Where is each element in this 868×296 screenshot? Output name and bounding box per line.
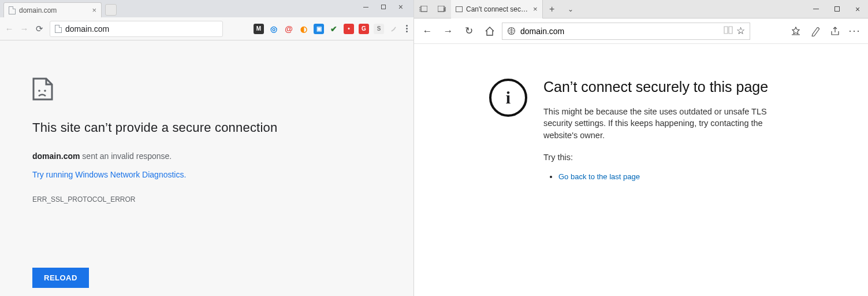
error-text: sent an invalid response. (80, 151, 172, 161)
edge-tab[interactable]: Can't connect securely t × (451, 0, 543, 18)
address-bar[interactable] (50, 21, 223, 37)
extension-icon[interactable]: S (374, 24, 384, 34)
address-bar[interactable]: ☆ (502, 23, 750, 40)
favorite-icon[interactable]: ☆ (736, 25, 745, 37)
try-this-label: Try this: (543, 151, 792, 163)
svg-rect-3 (438, 6, 444, 12)
error-heading: This site can’t provide a secure connect… (32, 120, 413, 135)
edge-window: Can't connect securely t × + ⌄ × ← → ↻ (413, 0, 868, 296)
globe-icon (507, 27, 516, 35)
forward-button[interactable]: → (20, 24, 29, 34)
extension-icon[interactable]: ⟋ (389, 24, 399, 34)
svg-rect-2 (421, 6, 427, 12)
edge-window-controls: × (806, 0, 868, 18)
set-aside-tabs-icon[interactable] (414, 0, 433, 18)
back-button[interactable]: ← (5, 24, 14, 34)
svg-point-0 (38, 90, 40, 92)
extension-icon[interactable]: ◐ (299, 24, 309, 34)
svg-point-1 (44, 90, 46, 92)
chrome-toolbar: ← → ⟳ M◎@◐▣✔•GS⟋ (0, 17, 413, 40)
reload-button[interactable]: ⟳ (35, 24, 44, 34)
new-tab-button[interactable] (105, 4, 117, 16)
minimize-icon[interactable] (806, 0, 826, 18)
chrome-menu-icon[interactable] (405, 25, 409, 32)
reading-view-icon[interactable] (724, 26, 733, 36)
error-message: domain.com sent an invalid response. (32, 151, 413, 161)
extension-icon[interactable]: G (359, 24, 369, 34)
page-icon (9, 6, 16, 14)
error-code: ERR_SSL_PROTOCOL_ERROR (32, 195, 413, 204)
extension-icon[interactable]: @ (284, 24, 294, 34)
extension-icon[interactable]: M (254, 24, 264, 34)
address-input[interactable] (65, 24, 218, 34)
chrome-tab[interactable]: domain.com × (3, 2, 102, 17)
edge-error-page: i Can’t connect securely to this page Th… (414, 44, 868, 296)
extension-icon[interactable]: ▣ (314, 24, 324, 34)
tab-actions-icon[interactable]: ⌄ (561, 0, 580, 18)
tab-title: domain.com (19, 6, 88, 14)
reload-page-button[interactable]: RELOAD (32, 268, 89, 288)
tab-title: Can't connect securely t (466, 5, 530, 13)
sad-document-icon (32, 77, 413, 101)
error-body: This might be because the site uses outd… (543, 106, 792, 141)
diagnostics-link[interactable]: Try running Windows Network Diagnostics. (32, 170, 413, 179)
error-host: domain.com (32, 151, 80, 161)
close-tab-icon[interactable]: × (92, 6, 96, 14)
extension-icon[interactable]: ◎ (269, 24, 279, 34)
edge-title-bar: Can't connect securely t × + ⌄ × (414, 0, 868, 18)
back-button[interactable]: ← (419, 23, 436, 40)
share-icon[interactable] (826, 23, 844, 40)
refresh-button[interactable]: ↻ (460, 23, 478, 40)
go-back-link[interactable]: Go back to the last page (558, 172, 640, 181)
maximize-icon[interactable] (826, 0, 847, 18)
home-button[interactable] (481, 23, 498, 40)
chrome-window: domain.com × × ← → ⟳ M◎@◐▣✔•GS⟋ (0, 0, 413, 296)
page-icon (456, 6, 463, 12)
page-icon (55, 25, 62, 33)
error-heading: Can’t connect securely to this page (543, 79, 792, 95)
info-icon: i (489, 79, 527, 117)
extension-icon[interactable]: • (344, 24, 354, 34)
minimize-icon[interactable] (363, 7, 368, 8)
maximize-icon[interactable] (381, 5, 386, 9)
tabs-set-aside-icon[interactable] (433, 0, 451, 18)
extension-icon[interactable]: ✔ (329, 24, 339, 34)
favorites-bar-icon[interactable] (787, 23, 804, 40)
extension-row: M◎@◐▣✔•GS⟋ (254, 24, 399, 34)
address-input[interactable] (520, 27, 717, 36)
chrome-tab-strip: domain.com × × (0, 0, 413, 17)
chrome-error-page: This site can’t provide a secure connect… (0, 40, 413, 296)
edge-toolbar: ← → ↻ ☆ (414, 18, 868, 44)
new-tab-button[interactable]: + (543, 0, 561, 18)
chrome-window-controls: × (363, 0, 413, 14)
more-icon[interactable]: ··· (846, 23, 863, 40)
notes-icon[interactable] (807, 23, 824, 40)
forward-button[interactable]: → (439, 23, 457, 40)
close-window-icon[interactable]: × (847, 0, 868, 18)
close-window-icon[interactable]: × (398, 4, 403, 10)
close-tab-icon[interactable]: × (533, 5, 538, 13)
